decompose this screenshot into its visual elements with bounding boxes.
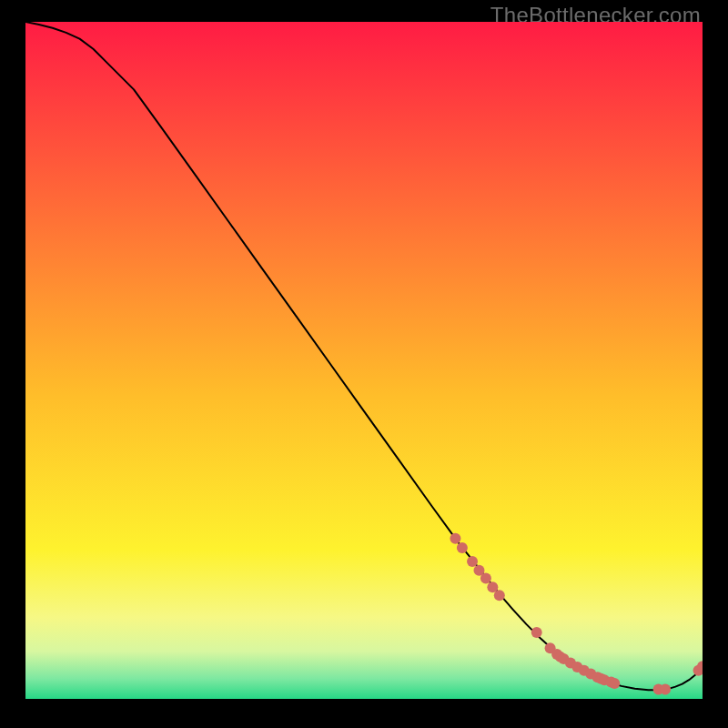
highlight-point bbox=[457, 542, 468, 553]
highlight-point bbox=[494, 590, 505, 601]
highlight-point bbox=[609, 678, 620, 689]
plot-background bbox=[25, 22, 703, 699]
highlight-point bbox=[660, 684, 671, 695]
chart-svg bbox=[25, 22, 703, 699]
highlight-point bbox=[531, 627, 542, 638]
plot-area bbox=[25, 22, 703, 699]
chart-stage: TheBottlenecker.com bbox=[0, 0, 728, 728]
highlight-point bbox=[467, 556, 478, 567]
highlight-point bbox=[450, 533, 460, 544]
highlight-point bbox=[480, 573, 491, 584]
